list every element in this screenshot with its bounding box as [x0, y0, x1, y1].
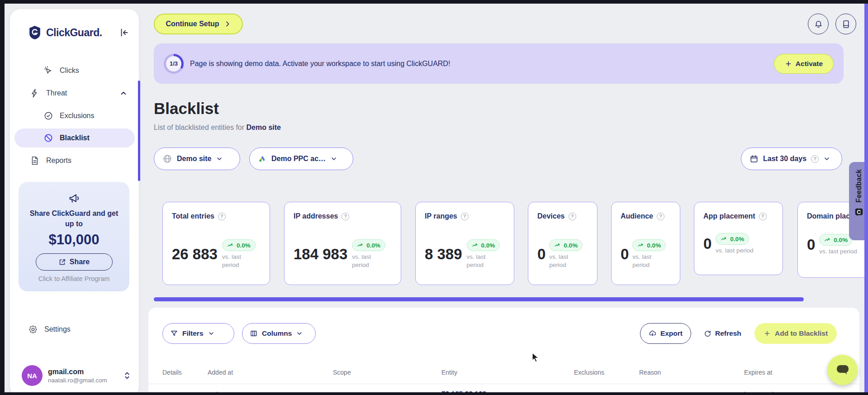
help-icon: ? [759, 213, 767, 220]
vs-period-label: vs. last period [222, 253, 250, 269]
refresh-button[interactable]: Refresh [704, 323, 741, 344]
page-title: Blacklist [154, 100, 219, 118]
trend-value: 0.0% [647, 242, 661, 249]
sidebar-item-label: Clicks [60, 67, 79, 75]
site-selector[interactable]: Demo site [154, 148, 240, 170]
account-texts: gmail.com naatali.ro@gmail.com [48, 368, 118, 384]
columns-label: Columns [262, 329, 292, 338]
help-icon: ? [811, 155, 819, 163]
sidebar-collapse-icon[interactable] [118, 27, 130, 38]
stat-title: Audience [621, 212, 653, 220]
promo-headline: Share ClickGuard and get up to [27, 208, 121, 229]
date-range-value: Last 30 days [763, 155, 806, 163]
bell-icon [814, 19, 823, 29]
chevron-down-icon [330, 155, 337, 162]
page-vertical-scrollbar[interactable] [864, 4, 868, 392]
add-to-blacklist-button[interactable]: Add to Blacklist [754, 323, 837, 344]
stat-card-total-entries: Total entries? 26 883 0.0% vs. last peri… [162, 202, 270, 285]
chevron-down-icon [823, 155, 830, 162]
vs-period-label: vs. last period [632, 253, 660, 269]
help-icon: ? [342, 213, 349, 220]
logo-row: ClickGuard. [28, 23, 130, 43]
stat-title: App placement [703, 212, 755, 220]
gear-icon [28, 324, 38, 334]
trend-up-icon [472, 242, 479, 249]
stat-card-ip-addresses: IP addresses? 184 983 0.0% vs. last peri… [284, 202, 401, 285]
sidebar: ClickGuard. Clicks Threat [10, 9, 139, 395]
stat-title: Total entries [172, 212, 214, 220]
window-frame-bottom [0, 392, 868, 395]
column-header-scope[interactable]: Scope [333, 369, 351, 376]
settings-label: Settings [44, 325, 71, 333]
book-icon [841, 19, 851, 29]
help-icon: ? [461, 213, 469, 220]
stat-card-devices: Devices? 0 0.0% vs. last period [528, 202, 598, 285]
notifications-button[interactable] [808, 14, 829, 34]
stat-value: 0 [537, 246, 545, 263]
docs-button[interactable] [835, 14, 856, 34]
ppc-account-selector[interactable]: Demo PPC ac… [249, 148, 353, 170]
column-header-details[interactable]: Details [162, 369, 182, 376]
feedback-chat-icon [854, 207, 864, 217]
page-subtitle-target: Demo site [247, 124, 281, 131]
sidebar-item-label: Threat [46, 89, 113, 97]
column-header-reason[interactable]: Reason [639, 369, 661, 376]
trend-up-icon [721, 236, 727, 243]
setup-progress-ring: 1/3 [164, 54, 184, 74]
sidebar-item-blacklist[interactable]: Blacklist [14, 128, 135, 148]
trend-value: 0.0% [564, 242, 578, 249]
trend-up-icon [554, 242, 561, 249]
activate-button[interactable]: Activate [774, 54, 834, 74]
account-switcher[interactable]: NA gmail.com naatali.ro@gmail.com [22, 363, 131, 388]
export-button[interactable]: Export [640, 323, 691, 344]
vs-period-label: vs. last period [819, 247, 857, 256]
stat-value: 0 [807, 236, 815, 253]
horizontal-scrollbar[interactable] [154, 297, 804, 301]
share-button[interactable]: Share [36, 253, 113, 271]
filters-dropdown[interactable]: Filters [162, 323, 234, 344]
sidebar-item-threat[interactable]: Threat [30, 84, 128, 103]
sidebar-item-exclusions[interactable]: Exclusions [43, 106, 120, 125]
activate-label: Activate [796, 60, 823, 68]
trend-badge: 0.0% [819, 234, 853, 246]
chat-bubble-icon [836, 364, 849, 376]
column-header-exclusions[interactable]: Exclusions [574, 369, 604, 376]
trend-badge: 0.0% [549, 239, 583, 251]
column-header-entity[interactable]: Entity [441, 369, 457, 376]
date-range-selector[interactable]: Last 30 days ? [741, 148, 842, 170]
affiliate-promo-card[interactable]: Share ClickGuard and get up to $10,000 S… [19, 182, 129, 291]
column-header-expires-at[interactable]: Expires at [744, 369, 772, 376]
chat-widget-button[interactable] [827, 355, 858, 385]
chevron-down-icon [216, 155, 223, 162]
page-subtitle-text: List of blacklisted entities for [154, 124, 244, 131]
blacklist-table-card: Filters Columns Export Refresh [148, 308, 859, 395]
column-header-added-at[interactable]: Added at [208, 369, 233, 376]
columns-dropdown[interactable]: Columns [242, 323, 316, 344]
sidebar-item-settings[interactable]: Settings [28, 321, 71, 338]
stat-value: 0 [621, 246, 629, 263]
app-background: ClickGuard. Clicks Threat [5, 4, 864, 392]
promo-caption: Click to Affiliate Program [38, 275, 110, 282]
promo-amount: $10,000 [48, 232, 99, 248]
trend-up-icon [824, 237, 831, 243]
trend-badge: 0.0% [632, 239, 666, 251]
vs-period-label: vs. last period [549, 253, 577, 269]
sidebar-item-clicks[interactable]: Clicks [43, 61, 116, 80]
plus-icon [764, 330, 771, 337]
help-icon: ? [569, 213, 576, 220]
clickguard-logo-icon [28, 25, 42, 40]
cloud-download-icon [649, 329, 656, 338]
account-workspace: gmail.com [48, 368, 118, 376]
continue-setup-button[interactable]: Continue Setup [154, 14, 243, 34]
trend-value: 0.0% [481, 242, 495, 249]
window-frame-top [0, 0, 868, 4]
brand-name: ClickGuard. [46, 27, 118, 39]
help-icon: ? [218, 213, 226, 220]
megaphone-icon [68, 192, 81, 205]
sidebar-item-reports[interactable]: Reports [30, 151, 107, 170]
funnel-icon [170, 329, 178, 338]
sidebar-scrollbar[interactable] [138, 81, 140, 181]
cursor-icon [43, 66, 53, 76]
table-header-divider [148, 384, 859, 384]
calendar-icon [749, 154, 759, 163]
